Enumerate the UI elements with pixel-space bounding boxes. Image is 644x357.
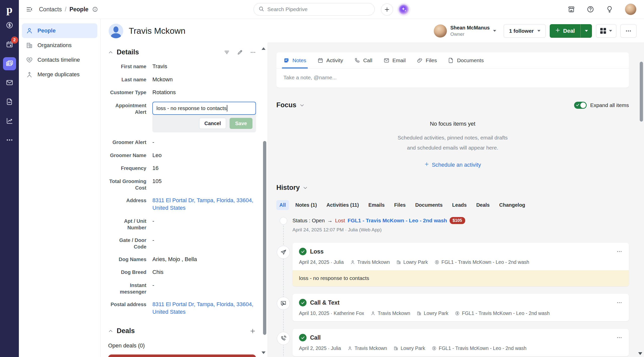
tab-call[interactable]: Call — [354, 52, 372, 68]
page-scrollbar-thumb[interactable] — [640, 62, 643, 122]
done-check-icon[interactable] — [299, 299, 307, 306]
linked-person[interactable]: Travis Mckown — [350, 259, 390, 265]
rail-item-documents[interactable] — [3, 95, 16, 109]
details-more-icon[interactable] — [250, 49, 256, 55]
page-scroll-down-arrow[interactable] — [638, 352, 642, 355]
focus-collapse-icon[interactable] — [299, 103, 305, 108]
cancel-button[interactable]: Cancel — [199, 118, 226, 129]
info-icon[interactable] — [92, 6, 98, 12]
linked-deal[interactable]: FGL1 - Travis McKown - Leo - 2nd wash — [432, 345, 527, 351]
followers-button[interactable]: 1 follower — [504, 24, 545, 38]
collapse-details-icon[interactable] — [108, 50, 113, 55]
field-apt-unit-number: Apt / Unit Number - — [108, 217, 256, 231]
details-scroll-down-arrow[interactable] — [262, 351, 266, 354]
rail-item-mail[interactable] — [3, 76, 16, 89]
filter-leads[interactable]: Leads — [449, 200, 470, 210]
filter-emails[interactable]: Emails — [365, 200, 388, 210]
linked-organization[interactable]: Lowry Park — [396, 259, 428, 265]
filter-notes[interactable]: Notes (1) — [292, 200, 320, 210]
linked-person[interactable]: Travis Mckown — [348, 345, 387, 351]
rail-item-activities[interactable]: 2 — [3, 38, 16, 51]
deal-value-badge[interactable]: $105 — [450, 217, 465, 224]
field-value[interactable]: - — [152, 138, 256, 146]
tab-documents[interactable]: Documents — [448, 52, 484, 68]
history-collapse-icon[interactable] — [303, 185, 308, 190]
field-label: Dog Breed — [108, 268, 146, 276]
tab-notes[interactable]: Notes — [283, 52, 306, 68]
details-scrollbar-thumb[interactable] — [263, 141, 266, 335]
card-more-icon[interactable] — [616, 335, 622, 341]
linked-organization[interactable]: Lowry Park — [417, 310, 448, 316]
appointment-alert-input[interactable]: loss - no response to contacts — [152, 102, 256, 115]
save-button[interactable]: Save — [230, 118, 252, 129]
rail-item-insights[interactable] — [3, 115, 16, 128]
field-value[interactable]: - — [152, 236, 256, 250]
field-value[interactable]: - — [152, 281, 256, 295]
field-value[interactable]: - — [152, 217, 256, 231]
activity-card[interactable]: Call April 2, 2025 · Julia Travis Mckown… — [292, 329, 629, 356]
search-input[interactable] — [267, 6, 370, 12]
collapse-menu-button[interactable] — [26, 6, 33, 13]
linked-person[interactable]: Travis Mckown — [371, 310, 410, 316]
sidebar-item-people[interactable]: People — [22, 23, 97, 38]
view-layout-button[interactable] — [596, 24, 616, 38]
add-deal-button[interactable]: Deal — [550, 24, 580, 38]
linked-organization[interactable]: Lowry Park — [394, 345, 425, 351]
card-more-icon[interactable] — [616, 300, 622, 306]
filter-changelog[interactable]: Changelog — [496, 200, 528, 210]
done-check-icon[interactable] — [299, 334, 307, 341]
field-value[interactable]: Travis — [152, 63, 256, 70]
filter-documents[interactable]: Documents — [412, 200, 446, 210]
sidebar-item-organizations[interactable]: Organizations — [22, 38, 97, 53]
filter-all[interactable]: All — [276, 200, 289, 210]
filter-deals[interactable]: Deals — [473, 200, 493, 210]
collapse-deals-icon[interactable] — [108, 329, 113, 334]
field-value[interactable]: 16 — [152, 164, 256, 172]
field-label: Instant messenger — [108, 281, 146, 295]
activity-card[interactable]: Call & Text April 10, 2025 · Katherine F… — [292, 294, 629, 321]
field-value[interactable]: Leo — [152, 152, 256, 159]
field-value[interactable]: Chis — [152, 268, 256, 276]
field-value[interactable]: Rotations — [152, 89, 256, 96]
done-check-icon[interactable] — [299, 248, 307, 255]
field-value[interactable]: Mckown — [152, 76, 256, 83]
card-more-icon[interactable] — [616, 248, 622, 255]
filter-fields-icon[interactable] — [224, 49, 230, 55]
filter-files[interactable]: Files — [391, 200, 409, 210]
help-icon[interactable] — [587, 6, 594, 13]
deal-link[interactable]: FGL1 - Travis McKown - Leo - 2nd wash — [348, 218, 447, 224]
activity-card[interactable]: Loss April 24, 2025 · Julia Travis Mckow… — [292, 243, 629, 286]
details-scroll-up-arrow[interactable] — [262, 47, 266, 50]
expand-all-toggle[interactable] — [574, 102, 587, 109]
linked-deal[interactable]: FGL1 - Travis McKown - Leo - 2nd wash — [435, 259, 529, 265]
sidebar-item-merge-duplicates[interactable]: Merge duplicates — [22, 67, 97, 82]
tab-activity[interactable]: Activity — [317, 52, 343, 68]
filter-activities[interactable]: Activities (11) — [323, 200, 362, 210]
quick-add-button[interactable] — [381, 4, 393, 16]
more-actions-button[interactable] — [620, 24, 636, 38]
sidebar-item-contacts-timeline[interactable]: Contacts timeline — [22, 53, 97, 67]
tips-lightbulb-icon[interactable] — [606, 6, 613, 13]
postal-address-link[interactable]: 8311 El Portal Dr, Tampa, Florida, 33604… — [152, 301, 256, 315]
ai-assistant-button[interactable] — [397, 3, 410, 16]
user-avatar[interactable] — [625, 4, 636, 15]
rail-item-more[interactable] — [3, 134, 16, 147]
field-value[interactable]: Aries, Mojo , Bella — [152, 256, 256, 263]
schedule-activity-button[interactable]: Schedule an activity — [424, 162, 481, 168]
edit-details-icon[interactable] — [237, 49, 243, 55]
note-input[interactable]: Take a note, @name... — [276, 68, 629, 88]
address-link[interactable]: 8311 El Portal Dr, Tampa, Florida, 33604… — [152, 197, 256, 211]
linked-deal[interactable]: FGL1 - Travis McKown - Leo - 2nd wash — [455, 310, 550, 316]
activity-date: April 24, 2025 · Julia — [299, 259, 344, 265]
person-avatar[interactable] — [109, 24, 123, 38]
field-value[interactable]: 105 — [152, 177, 256, 191]
tab-email[interactable]: Email — [383, 52, 406, 68]
rail-item-deals[interactable] — [3, 19, 16, 32]
owner-selector[interactable]: Shean McManus Owner — [434, 24, 496, 38]
tab-files[interactable]: Files — [417, 52, 437, 68]
add-deal-plus-icon[interactable] — [249, 328, 256, 334]
add-deal-caret-button[interactable] — [580, 24, 592, 38]
rail-item-contacts[interactable] — [3, 57, 16, 70]
breadcrumb-contacts[interactable]: Contacts — [39, 6, 62, 13]
marketplace-icon[interactable] — [568, 6, 575, 13]
